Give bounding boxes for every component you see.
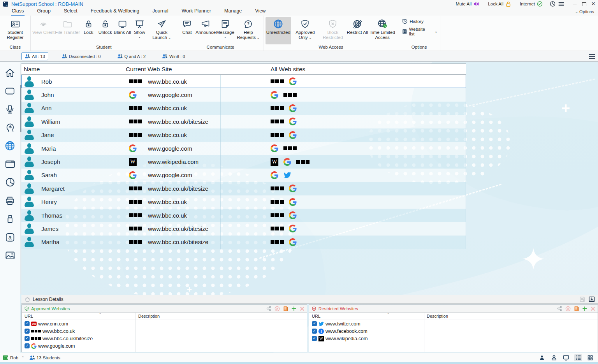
- sidebar-item-home[interactable]: [4, 67, 16, 78]
- add-icon[interactable]: [291, 306, 297, 311]
- url-column-header[interactable]: URL: [22, 314, 33, 318]
- tab-menu-icon[interactable]: [589, 53, 595, 60]
- chat-button[interactable]: Chat: [179, 17, 195, 42]
- website-list-item[interactable]: www.twitter.com: [309, 320, 598, 327]
- sidebar-item-devices[interactable]: [4, 213, 16, 225]
- student-row[interactable]: Maria www.google.com: [21, 142, 466, 155]
- student-row[interactable]: James www.bbc.co.uk/bitesize: [21, 222, 466, 235]
- sidebar-item-surveys[interactable]: [4, 176, 16, 188]
- show-button[interactable]: Show ⌄: [131, 17, 148, 42]
- website-list-item[interactable]: Wwww.wikipedia.com: [309, 335, 598, 342]
- view-student-icon[interactable]: [550, 354, 558, 361]
- website-list-button[interactable]: Website list ⌄: [402, 27, 438, 36]
- unrestricted-button[interactable]: Unrestricted: [266, 17, 291, 44]
- sidebar-item-audio[interactable]: [4, 103, 16, 115]
- minimize-button[interactable]: [572, 2, 577, 6]
- padlock-icon[interactable]: [505, 1, 511, 7]
- student-row[interactable]: Thomas www.bbc.co.uk: [21, 209, 466, 222]
- time-limited-access-button[interactable]: Time Limited Access: [368, 17, 396, 42]
- journal-icon[interactable]: [283, 306, 288, 311]
- student-register-button[interactable]: Student Register: [2, 17, 29, 42]
- internet-status-icon[interactable]: [537, 1, 543, 7]
- chevron-up-icon[interactable]: ⌃: [21, 356, 25, 360]
- ribbon-collapse-toggle[interactable]: ⌄ Options: [575, 9, 594, 14]
- checkbox-checked[interactable]: [25, 336, 30, 341]
- tab-all-13[interactable]: All : 13: [21, 52, 48, 60]
- menu-item-select[interactable]: Select: [63, 8, 78, 16]
- website-list-item[interactable]: www.bbc.co.uk: [22, 327, 307, 335]
- sidebar-item-monitor[interactable]: [4, 85, 16, 97]
- student-row[interactable]: Joseph W www.wikipedia.com W: [21, 155, 466, 168]
- list-view-icon[interactable]: [574, 354, 582, 361]
- share-icon[interactable]: [557, 306, 562, 311]
- grid-view-icon[interactable]: [586, 354, 594, 361]
- menu-item-group[interactable]: Group: [36, 8, 51, 16]
- student-row[interactable]: Ann www.bbc.co.uk: [21, 102, 466, 115]
- quick-launch-button[interactable]: Quick Launch ⌄: [148, 17, 175, 42]
- tab-q-and-a-2[interactable]: Q and A : 2: [114, 52, 149, 60]
- checkbox-checked[interactable]: [25, 321, 30, 326]
- menu-icon[interactable]: [558, 1, 564, 7]
- student-row[interactable]: Martha www.bbc.co.uk/bitesize: [21, 236, 466, 249]
- speaker-icon[interactable]: [473, 1, 479, 7]
- announce-button[interactable]: Announce: [195, 17, 216, 42]
- sidebar-item-typing[interactable]: a: [4, 231, 16, 243]
- sidebar-item-applications[interactable]: [4, 158, 16, 170]
- sidebar-item-screens[interactable]: [4, 250, 16, 261]
- sidebar-item-web-access[interactable]: [4, 140, 16, 151]
- lesson-details-bar[interactable]: Lesson Details: [21, 295, 598, 304]
- menu-item-feedback-wellbeing[interactable]: Feedback & Wellbeing: [90, 8, 140, 16]
- website-list-item[interactable]: CNNwww.cnn.com: [22, 320, 307, 327]
- sidebar-item-wellbeing[interactable]: [4, 121, 16, 133]
- column-header-all-web-sites[interactable]: All Web sites: [266, 66, 466, 73]
- menu-item-view[interactable]: View: [254, 8, 266, 16]
- maximize-button[interactable]: [582, 2, 586, 6]
- website-list-item[interactable]: www.bbc.co.uk/bitesize: [22, 335, 307, 342]
- checkbox-checked[interactable]: [25, 329, 30, 334]
- url-column-header[interactable]: URL: [309, 314, 320, 318]
- sidebar-item-print[interactable]: [4, 195, 16, 206]
- column-header-current-web-site[interactable]: Current Web Site: [121, 66, 266, 73]
- bbc-icon: [271, 213, 284, 217]
- student-row[interactable]: Margaret www.bbc.co.uk/bitesize: [21, 182, 466, 195]
- tab-disconnected-0[interactable]: Disconnected : 0: [58, 52, 104, 60]
- menu-item-journal[interactable]: Journal: [152, 8, 169, 16]
- menu-item-work-planner[interactable]: Work Planner: [181, 8, 212, 16]
- unlock-button[interactable]: Unlock: [97, 17, 113, 42]
- checkbox-checked[interactable]: [312, 336, 317, 341]
- student-row[interactable]: Henry www.bbc.co.uk: [21, 195, 466, 209]
- checkbox-checked[interactable]: [25, 343, 30, 348]
- blank-all-button[interactable]: Blank All: [114, 17, 131, 42]
- student-row[interactable]: Jane www.bbc.co.uk: [21, 128, 466, 142]
- add-icon[interactable]: [582, 306, 587, 311]
- student-row[interactable]: John www.google.com: [21, 88, 466, 101]
- help-requests-button[interactable]: ? Help Requests ⌄: [235, 17, 262, 42]
- description-column-header[interactable]: Description: [427, 314, 448, 318]
- clock-icon[interactable]: [550, 1, 556, 7]
- restrict-all-button[interactable]: Restrict All: [347, 17, 368, 42]
- journal-icon[interactable]: [574, 306, 579, 311]
- checkbox-checked[interactable]: [312, 321, 317, 326]
- student-row[interactable]: Sarah www.google.com: [21, 169, 466, 182]
- menu-item-class[interactable]: Class: [11, 8, 25, 16]
- history-button[interactable]: History: [402, 19, 438, 24]
- monitor-view-icon[interactable]: [562, 354, 570, 361]
- student-row[interactable]: William www.bbc.co.uk/bitesize: [21, 115, 466, 128]
- lock-button[interactable]: Lock: [80, 17, 97, 42]
- approved-only-button[interactable]: Approved Only ⌄: [292, 17, 319, 42]
- close-button[interactable]: ✕: [591, 2, 596, 6]
- save-icon[interactable]: [579, 296, 585, 302]
- share-icon[interactable]: [266, 306, 271, 311]
- tab-win8-0[interactable]: Win8 : 0: [159, 52, 188, 60]
- column-header-name[interactable]: Name: [21, 66, 121, 73]
- description-column-header[interactable]: Description: [138, 314, 160, 318]
- menu-item-manage[interactable]: Manage: [223, 8, 243, 16]
- website-list-item[interactable]: fwww.facebook.com: [309, 327, 598, 335]
- export-icon[interactable]: [589, 296, 595, 302]
- surveys-icon: [5, 177, 16, 188]
- message-button[interactable]: Message ⌄: [216, 17, 234, 42]
- student-row[interactable]: Rob www.bbc.co.uk: [21, 75, 466, 88]
- website-list-item[interactable]: www.google.com: [22, 342, 307, 350]
- view-teacher-icon[interactable]: [538, 354, 546, 361]
- checkbox-checked[interactable]: [312, 329, 317, 334]
